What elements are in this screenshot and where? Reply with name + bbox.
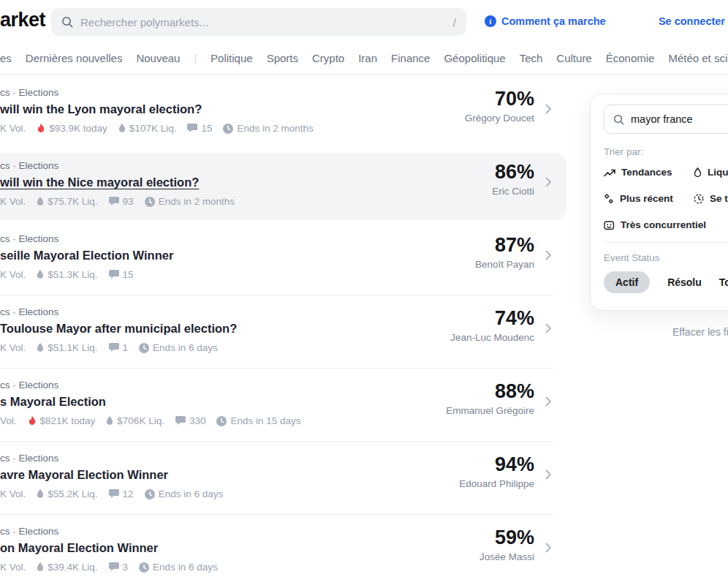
chevron-right-icon[interactable] bbox=[545, 396, 552, 407]
droplet-icon bbox=[37, 562, 44, 572]
competitive-icon bbox=[604, 220, 615, 230]
comments-count: 12 bbox=[123, 488, 134, 499]
market-title[interactable]: will win the Nice mayoral election? bbox=[0, 176, 553, 189]
clock-icon bbox=[145, 197, 155, 207]
nav-tab[interactable]: Économie bbox=[606, 52, 655, 64]
probability-value: 88% bbox=[446, 381, 534, 403]
sort-option-competitive[interactable]: Très concurrentiel bbox=[604, 219, 728, 230]
leading-candidate: Benoît Payan bbox=[475, 259, 534, 270]
today-volume-label: $821K today bbox=[40, 415, 96, 426]
chevron-right-icon[interactable] bbox=[545, 104, 552, 114]
nav-tab[interactable]: Crypto bbox=[312, 52, 344, 64]
sort-option-label: Liquid bbox=[708, 167, 728, 178]
market-row[interactable]: cs · Elections on Mayoral Election Winne… bbox=[0, 515, 553, 585]
nav-tab[interactable]: es bbox=[0, 52, 12, 64]
market-category[interactable]: cs · Elections bbox=[0, 160, 553, 171]
chevron-right-icon[interactable] bbox=[545, 177, 552, 187]
market-category[interactable]: cs · Elections bbox=[0, 526, 553, 537]
clock-icon bbox=[145, 489, 155, 499]
nav-tab[interactable]: Sports bbox=[267, 52, 298, 64]
ends-label: Ends in 6 days bbox=[153, 342, 218, 353]
sort-option-ending-soon[interactable]: Se ter bbox=[694, 193, 728, 204]
clock-icon bbox=[139, 562, 149, 573]
market-category[interactable]: cs · Elections bbox=[0, 233, 553, 244]
comment-icon bbox=[109, 197, 119, 206]
nav-tab[interactable]: Culture bbox=[556, 52, 591, 64]
comments-count: 15 bbox=[123, 269, 134, 280]
nav-tab[interactable]: Politique bbox=[211, 52, 253, 64]
trending-up-icon bbox=[604, 168, 615, 177]
volume-label: K Vol. bbox=[0, 196, 26, 207]
nav-tab[interactable]: Tech bbox=[520, 52, 543, 64]
market-odds: 74% Jean-Luc Moudenc bbox=[450, 308, 534, 343]
nav-tab[interactable]: Météo et scie bbox=[668, 52, 728, 64]
ends-label: Ends in 15 days bbox=[230, 415, 300, 426]
volume-label: Vol. bbox=[0, 415, 17, 426]
chevron-right-icon[interactable] bbox=[545, 250, 552, 260]
nav-tab[interactable]: Finance bbox=[391, 52, 430, 64]
chevron-right-icon[interactable] bbox=[545, 469, 552, 480]
event-status-label: Event Status bbox=[604, 252, 728, 263]
search-icon bbox=[61, 16, 73, 28]
market-odds: 59% Josée Massi bbox=[479, 527, 534, 562]
market-row[interactable]: cs · Elections seille Mayoral Election W… bbox=[0, 222, 553, 295]
search-placeholder: Rechercher polymarkets... bbox=[80, 16, 208, 29]
market-title[interactable]: seille Mayoral Election Winner bbox=[0, 249, 553, 263]
filter-panel: mayor france Trier par: Tendances Liquid bbox=[590, 94, 728, 311]
nav-divider-icon: | bbox=[194, 53, 197, 64]
global-search-input[interactable]: Rechercher polymarkets... / bbox=[51, 8, 466, 36]
probability-value: 86% bbox=[492, 162, 534, 184]
volume-stat: K Vol. bbox=[0, 342, 26, 353]
sort-option-liquidity[interactable]: Liquid bbox=[694, 167, 728, 178]
flame-icon bbox=[37, 124, 45, 134]
login-button[interactable]: Se connecter bbox=[659, 15, 725, 27]
nav-tab[interactable]: Géopolitique bbox=[444, 52, 505, 64]
market-odds: 87% Benoît Payan bbox=[475, 235, 534, 270]
market-row[interactable]: cs · Elections will win the Nice mayoral… bbox=[0, 149, 553, 222]
liquidity-stat: $706K Liq. bbox=[106, 415, 164, 426]
chevron-right-icon[interactable] bbox=[545, 323, 552, 333]
liquidity-stat: $107K Liq. bbox=[118, 123, 177, 134]
market-row[interactable]: cs · Elections avre Mayoral Election Win… bbox=[0, 442, 553, 515]
market-title[interactable]: on Mayoral Election Winner bbox=[0, 541, 553, 555]
sort-option-newest[interactable]: Plus récent bbox=[604, 193, 694, 204]
results-list: cs · Elections will win the Lyon mayoral… bbox=[0, 76, 553, 585]
status-chip-active[interactable]: Actif bbox=[604, 271, 650, 293]
liquidity-label: $55.2K Liq. bbox=[48, 488, 97, 499]
market-meta: K Vol. $51.3K Liq. 15 bbox=[0, 269, 553, 280]
liquidity-label: $51.3K Liq. bbox=[48, 269, 97, 280]
how-it-works-label: Comment ça marche bbox=[501, 15, 606, 27]
droplet-icon bbox=[37, 197, 44, 206]
market-row[interactable]: cs · Elections s Mayoral Election Vol. $… bbox=[0, 369, 553, 442]
clear-filters-link[interactable]: Effacer les fil bbox=[672, 326, 728, 338]
liquidity-stat: $51.3K Liq. bbox=[37, 269, 97, 280]
nav-tab[interactable]: Nouveau bbox=[136, 52, 180, 64]
leading-candidate: Jean-Luc Moudenc bbox=[450, 332, 534, 343]
market-meta: K Vol. $51.1K Liq. 1 bbox=[0, 342, 553, 353]
clock-dashed-icon bbox=[694, 194, 704, 204]
nav-tab[interactable]: Iran bbox=[358, 52, 377, 64]
market-meta: K Vol. $55.2K Liq. 12 bbox=[0, 488, 553, 499]
how-it-works-link[interactable]: i Comment ça marche bbox=[485, 15, 606, 27]
market-row[interactable]: cs · Elections Toulouse Mayor after muni… bbox=[0, 295, 553, 369]
ends-stat: Ends in 6 days bbox=[145, 488, 224, 499]
market-odds: 86% Eric Ciotti bbox=[492, 162, 534, 197]
nav-tab[interactable]: Dernières nouvelles bbox=[26, 52, 123, 64]
comments-stat: 1 bbox=[109, 342, 129, 353]
leading-candidate: Emmanuel Grégoire bbox=[446, 405, 534, 416]
liquidity-label: $706K Liq. bbox=[117, 415, 164, 426]
sort-options: Tendances Liquid Plus récent bbox=[604, 167, 728, 230]
liquidity-label: $39.4K Liq. bbox=[48, 562, 97, 573]
sort-option-trending[interactable]: Tendances bbox=[604, 167, 694, 178]
liquidity-label: $51.1K Liq. bbox=[48, 342, 97, 353]
status-chip-resolved[interactable]: Résolu bbox=[667, 271, 702, 293]
chevron-right-icon[interactable] bbox=[545, 543, 552, 553]
filter-search-input[interactable]: mayor france bbox=[604, 105, 728, 134]
polymarket-logo[interactable]: arket bbox=[0, 9, 45, 31]
droplet-icon bbox=[37, 489, 44, 499]
comments-stat: 15 bbox=[109, 269, 134, 280]
status-chip-all[interactable]: Tous bbox=[719, 271, 728, 293]
volume-label: K Vol. bbox=[0, 123, 26, 134]
probability-value: 70% bbox=[465, 88, 534, 110]
market-row[interactable]: cs · Elections will win the Lyon mayoral… bbox=[0, 76, 553, 149]
